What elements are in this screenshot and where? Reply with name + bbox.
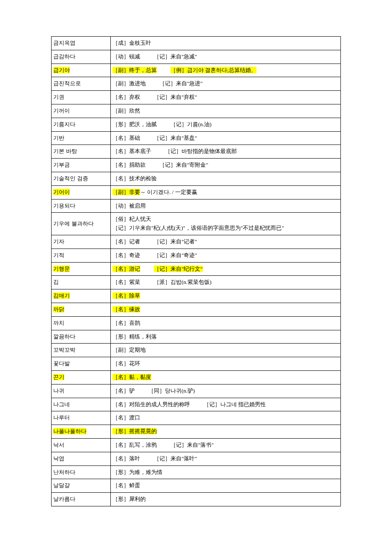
definition-text: ［记］来自"基盘": [154, 135, 197, 141]
definition-text: ［记］기우来自"杞(人)忧(天)"，该俗语的字面意思为"不过是杞忧而已": [112, 225, 284, 231]
table-row: 나귀［名］驴［同］당나귀(n.驴): [52, 384, 341, 398]
term-cell: 나풀나풀하다: [52, 425, 111, 439]
definition-text: ［名］鲜蛋: [112, 482, 140, 489]
definition-cell: ［名］对陌生的成人男性的称呼［记］나그네 指已婚男性: [111, 398, 341, 411]
definition-cell: ［形］为难，难为情: [111, 465, 341, 479]
definition-text: ［名］黏，黏度: [112, 374, 151, 380]
table-row: 기우에 불과하다［俗］杞人忧天［记］기우来自"杞(人)忧(天)"，该俗语的字面意…: [52, 213, 341, 235]
definition-text: ［形］肥沃，油腻: [112, 121, 157, 127]
definition-text: ［名］技术的检验: [112, 175, 157, 182]
term-text: 기꺼이: [53, 107, 70, 114]
term-text: 꼬박꼬박: [53, 347, 75, 353]
table-row: 나그네［名］对陌生的成人男性的称呼［记］나그네 指已婚男性: [52, 398, 341, 411]
definition-cell: ［名］花环: [111, 357, 341, 371]
table-row: 나풀나풀하다［形］摇摇晃晃的: [52, 425, 341, 439]
definition-text: ［名］弃权: [112, 94, 140, 100]
definition-cell: ［名］紫菜［派］김밥(n.紫菜包饭): [111, 276, 341, 289]
definition-text: ［记］나그네 指已婚男性: [204, 401, 266, 408]
term-text: 급기야: [53, 67, 70, 73]
definition-text: ［名］喜鹊: [112, 320, 140, 326]
table-row: 기본 바탕［名］基本底子［记］바탕指的是物体最底部: [52, 145, 341, 159]
table-row: 꼬박꼬박［副］定期地: [52, 344, 341, 357]
definition-text: ［动］被启用: [112, 202, 146, 209]
definition-text: ［名］落叶: [112, 455, 140, 462]
term-cell: 나귀: [52, 384, 111, 398]
table-row: 나루터［名］渡口: [52, 411, 341, 425]
definition-text: ［名］乱写，涂鸦: [112, 442, 157, 448]
table-row: 기행문［名］游记［记］来自"纪行文": [52, 262, 341, 276]
definition-text: ［名］对陌生的成人男性的称呼: [112, 401, 190, 408]
definition-text: ［形］犀利的: [112, 496, 146, 502]
definition-text: ［记］来自"纪行文": [154, 266, 203, 272]
definition-text: ［名］奇迹: [112, 252, 140, 258]
term-text: 날달걀: [53, 482, 70, 489]
term-text: 까닭: [53, 306, 64, 312]
definition-text: ［名］驴: [112, 387, 135, 394]
term-cell: 김: [52, 276, 111, 289]
term-text: 급진적으로: [53, 80, 81, 87]
term-cell: 꽃다발: [52, 357, 111, 371]
definition-text: ［记］바탕指的是物体最底部: [165, 148, 237, 154]
term-text: 나루터: [53, 414, 70, 421]
term-cell: 기부금: [52, 159, 111, 172]
table-row: 김매기［名］除草: [52, 289, 341, 303]
term-text: 기술적인 검증: [53, 175, 88, 182]
term-text: 나귀: [53, 387, 64, 394]
definition-cell: ［名］喜鹊: [111, 316, 341, 330]
definition-cell: ［动］被启用: [111, 199, 341, 213]
term-text: 기자: [53, 238, 64, 245]
table-row: 난처하다［形］为难，难为情: [52, 465, 341, 479]
term-text: 나그네: [53, 401, 70, 408]
table-row: 기권［名］弃权［记］来自"弃权": [52, 91, 341, 104]
term-text: 김: [53, 279, 59, 285]
definition-cell: ［名］落叶［记］来自"落叶": [111, 452, 341, 465]
term-cell: 깔끔하다: [52, 330, 111, 344]
table-row: 날카롭다［形］犀利的: [52, 493, 341, 506]
definition-cell: ［副］终于，总算［例］급기야 결혼하다;总算结婚。: [111, 64, 341, 77]
definition-text: ［记］来自"奇迹": [154, 252, 197, 258]
definition-cell: ［名］奇迹［记］来自"奇迹": [111, 249, 341, 262]
term-text: 기우에 불과하다: [53, 220, 94, 227]
term-cell: 나그네: [52, 398, 111, 411]
table-row: 기부금［名］捐助款［记］来自"寄附金": [52, 159, 341, 172]
definition-cell: ［副］欣然: [111, 104, 341, 118]
definition-text: ［同］당나귀(n.驴): [148, 387, 195, 394]
definition-cell: ［名］技术的检验: [111, 172, 341, 185]
term-cell: 까치: [52, 316, 111, 330]
term-cell: 기술적인 검증: [52, 172, 111, 185]
table-row: 까치［名］喜鹊: [52, 316, 341, 330]
definition-text: ［名］捐助款: [112, 162, 146, 168]
table-row: 까닭［名］缘故: [52, 303, 341, 316]
term-text: 기용되다: [53, 202, 75, 209]
definition-text: ［副］欣然: [112, 107, 140, 114]
table-row: 기어이［副］非要～ 이기겠다. / 一定要赢: [52, 185, 341, 199]
definition-text: ［形］精练，利落: [112, 333, 157, 340]
term-text: 급감하다: [53, 53, 75, 60]
table-row: 날달걀［名］鲜蛋: [52, 479, 341, 493]
term-text: 날카롭다: [53, 496, 75, 502]
term-cell: 기름지다: [52, 118, 111, 131]
term-cell: 기용되다: [52, 199, 111, 213]
definition-cell: ［名］鲜蛋: [111, 479, 341, 493]
table-row: 꽃다발［名］花环: [52, 357, 341, 371]
term-cell: 급감하다: [52, 50, 111, 64]
term-cell: 급기야: [52, 64, 111, 77]
definition-cell: ［俗］杞人忧天［记］기우来自"杞(人)忧(天)"，该俗语的字面意思为"不过是杞忧…: [111, 213, 341, 235]
definition-text: ［副］激进地: [112, 80, 146, 87]
term-cell: 기행문: [52, 262, 111, 276]
term-cell: 기자: [52, 235, 111, 249]
table-row: 낙서［名］乱写，涂鸦［记］来自"落书": [52, 438, 341, 452]
term-text: 김매기: [53, 292, 70, 299]
term-cell: 낙엽: [52, 452, 111, 465]
definition-cell: ［动］锐减［记］来自"急减": [111, 50, 341, 64]
table-row: 기용되다［动］被启用: [52, 199, 341, 213]
term-cell: 날카롭다: [52, 493, 111, 506]
table-row: 기꺼이［副］欣然: [52, 104, 341, 118]
definition-cell: ［形］肥沃，油腻［记］기름(n.油): [111, 118, 341, 131]
definition-cell: ［名］黏，黏度: [111, 370, 341, 384]
table-row: 급기야［副］终于，总算［例］급기야 결혼하다;总算结婚。: [52, 64, 341, 77]
term-text: 깔끔하다: [53, 333, 75, 340]
definition-cell: ［名］基础［记］来自"基盘": [111, 131, 341, 145]
definition-cell: ［副］非要～ 이기겠다. / 一定要赢: [111, 185, 341, 199]
table-row: 기반［名］基础［记］来自"基盘": [52, 131, 341, 145]
